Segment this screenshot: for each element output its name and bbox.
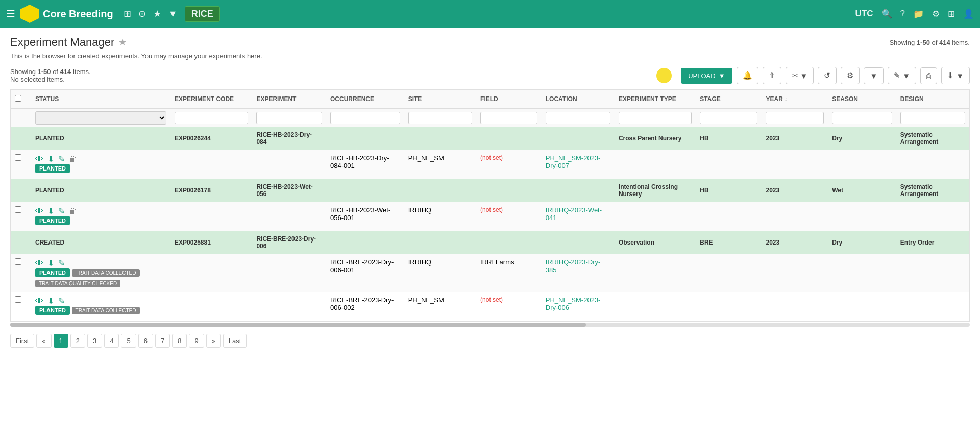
row-stage-cell	[696, 292, 762, 321]
pagination-page-3[interactable]: 3	[87, 334, 102, 348]
pagination-page-7[interactable]: 7	[155, 334, 170, 348]
exp-code-filter-input[interactable]	[175, 112, 248, 124]
download-icon: ⬇	[947, 71, 954, 80]
stage-filter-input[interactable]	[700, 112, 757, 124]
pagination-page-5[interactable]: 5	[121, 334, 136, 348]
row-checkbox[interactable]	[15, 154, 21, 161]
filter-design-cell	[896, 109, 969, 127]
delete-row-icon[interactable]: 🗑	[69, 207, 77, 216]
download-row-icon[interactable]: ⬇	[47, 154, 54, 164]
column-settings-button[interactable]: ⚙	[841, 67, 860, 84]
season-col-header[interactable]: SEASON	[828, 90, 896, 109]
location-col-header[interactable]: LOCATION	[542, 90, 615, 109]
folder-icon[interactable]: 📁	[913, 9, 924, 19]
hamburger-icon[interactable]: ☰	[6, 8, 15, 20]
clock-icon[interactable]: ⊙	[138, 8, 146, 19]
edit-row-icon[interactable]: ✎	[58, 258, 65, 268]
exp-code-col-header[interactable]: EXPERIMENT CODE	[170, 90, 252, 109]
row-checkbox[interactable]	[15, 258, 21, 265]
download-row-icon[interactable]: ⬇	[47, 296, 54, 306]
edit-button[interactable]: ✎ ▼	[888, 67, 916, 84]
view-icon[interactable]: 👁	[35, 297, 43, 306]
tools-button[interactable]: ✂ ▼	[786, 67, 814, 84]
pagination-page-4[interactable]: 4	[104, 334, 119, 348]
field-filter-input[interactable]	[480, 112, 537, 124]
pagination-page-1[interactable]: 1	[54, 334, 68, 348]
view-icon[interactable]: 👁	[35, 259, 43, 268]
download-row-icon[interactable]: ⬇	[47, 206, 54, 216]
print-icon: ⎙	[926, 71, 931, 80]
help-icon[interactable]: ?	[900, 9, 905, 19]
status-col-header[interactable]: STATUS	[31, 90, 170, 109]
row-site-cell: IRRIHQ	[404, 202, 476, 231]
nav-icons: ⊞ ⊙ ★ ▼ RICE	[124, 6, 220, 22]
year-col-header[interactable]: YEAR ↕	[762, 90, 828, 109]
experiment-col-header[interactable]: EXPERIMENT	[252, 90, 326, 109]
design-col-header[interactable]: DESIGN	[896, 90, 969, 109]
exp-type-filter-input[interactable]	[619, 112, 692, 124]
occurrence-filter-input[interactable]	[330, 112, 400, 124]
upload-button[interactable]: UPLOAD ▼	[681, 68, 732, 84]
view-icon[interactable]: 👁	[35, 155, 43, 164]
edit-row-icon[interactable]: ✎	[58, 206, 65, 216]
location-filter-input[interactable]	[546, 112, 610, 124]
pagination-last[interactable]: Last	[223, 334, 247, 348]
download-button[interactable]: ⬇ ▼	[941, 67, 970, 84]
group-field-cell	[476, 179, 542, 202]
season-filter-input[interactable]	[832, 112, 892, 124]
group-location-cell	[542, 127, 615, 150]
location-link[interactable]: PH_NE_SM-2023-Dry-007	[546, 154, 601, 169]
stage-col-header[interactable]: STAGE	[696, 90, 762, 109]
page-title: Experiment Manager ★	[10, 36, 127, 49]
table-header-row: STATUS EXPERIMENT CODE EXPERIMENT OCCURR…	[11, 90, 969, 109]
pagination-first[interactable]: First	[10, 334, 34, 348]
status-filter-select[interactable]	[35, 111, 166, 125]
print-button[interactable]: ⎙	[920, 67, 937, 84]
experiment-filter-input[interactable]	[256, 112, 322, 124]
status-badge: PLANTED	[35, 216, 70, 225]
occurrence-col-header[interactable]: OCCURRENCE	[326, 90, 404, 109]
year-filter-input[interactable]	[766, 112, 824, 124]
location-link[interactable]: IRRIHQ-2023-Dry-385	[546, 258, 601, 274]
settings-icon[interactable]: ⚙	[932, 9, 940, 19]
apps-icon[interactable]: ⊞	[948, 9, 955, 19]
pagination-next[interactable]: »	[206, 334, 221, 348]
location-link[interactable]: IRRIHQ-2023-Wet-041	[546, 206, 602, 222]
exp-type-col-header[interactable]: EXPERIMENT TYPE	[615, 90, 696, 109]
share-button[interactable]: ⇧	[763, 67, 781, 84]
design-filter-input[interactable]	[900, 112, 965, 124]
pagination-page-2[interactable]: 2	[70, 334, 85, 348]
advanced-filter-button[interactable]: ▼	[864, 67, 884, 84]
site-filter-input[interactable]	[408, 112, 472, 124]
filter-exp-code-cell	[170, 109, 252, 127]
search-icon[interactable]: 🔍	[881, 9, 892, 19]
field-col-header[interactable]: FIELD	[476, 90, 542, 109]
delete-row-icon[interactable]: 🗑	[69, 155, 77, 164]
select-all-checkbox[interactable]	[15, 95, 21, 102]
group-occurrence-cell	[326, 179, 404, 202]
edit-row-icon[interactable]: ✎	[58, 296, 65, 306]
select-all-header[interactable]	[11, 90, 31, 109]
row-checkbox[interactable]	[15, 206, 21, 213]
row-checkbox[interactable]	[15, 296, 21, 303]
pagination-prev[interactable]: «	[36, 334, 51, 348]
download-dropdown-icon: ▼	[956, 71, 964, 80]
edit-row-icon[interactable]: ✎	[58, 154, 65, 164]
edit-icon: ✎	[894, 71, 900, 80]
pagination-page-9[interactable]: 9	[189, 334, 204, 348]
view-icon[interactable]: 👁	[35, 207, 43, 216]
filter-nav-icon[interactable]: ▼	[168, 9, 178, 19]
notifications-button[interactable]: 🔔	[737, 67, 758, 84]
rice-filter-badge[interactable]: RICE	[185, 6, 220, 22]
refresh-button[interactable]: ↺	[818, 67, 837, 84]
grid-icon[interactable]: ⊞	[124, 8, 131, 19]
site-col-header[interactable]: SITE	[404, 90, 476, 109]
star-icon[interactable]: ★	[153, 8, 161, 19]
pagination-page-8[interactable]: 8	[172, 334, 187, 348]
location-link[interactable]: PH_NE_SM-2023-Dry-006	[546, 296, 601, 311]
favorite-star-icon[interactable]: ★	[118, 37, 127, 48]
user-icon[interactable]: 👤	[963, 9, 974, 19]
download-row-icon[interactable]: ⬇	[47, 258, 54, 268]
toolbar-left: Showing 1-50 of 414 items. No selected i…	[10, 68, 91, 83]
pagination-page-6[interactable]: 6	[138, 334, 153, 348]
